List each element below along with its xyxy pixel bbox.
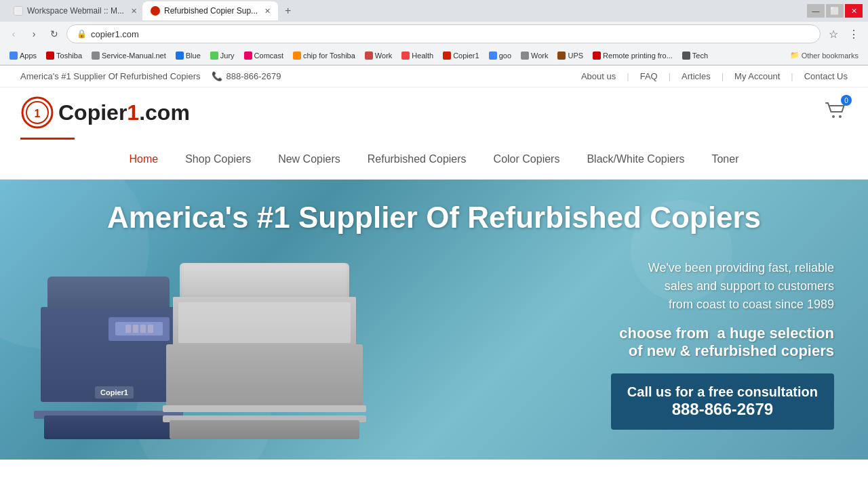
bookmark-apps[interactable]: Apps [5,48,41,63]
reload-btn[interactable]: ↻ [46,26,62,42]
bookmark-blue[interactable]: Blue [172,48,205,63]
site-logo[interactable]: 1 Copier1.com [20,96,190,129]
copier-right-base [170,420,359,439]
hero-content: America's #1 Supplier Of Refurbished Cop… [0,180,868,460]
forward-btn[interactable]: › [26,26,42,42]
top-bar-right: About us | FAQ | Articles | My Account |… [581,71,848,81]
bookmark-blue-label: Blue [186,52,201,60]
bookmark-jury-label: Jury [220,52,235,60]
svg-text:1: 1 [35,108,41,119]
hero-cta-phone: 888-866-2679 [627,400,818,419]
nav-bw-copiers[interactable]: Black/White Copiers [587,150,684,168]
bookmark-chip-label: chip for Toshiba [303,52,355,60]
more-bookmarks-label: Other bookmarks [802,52,859,60]
bookmark-work2[interactable]: Work [517,48,552,63]
bookmark-chip[interactable]: chip for Toshiba [289,48,359,63]
bookmark-comcast[interactable]: Comcast [240,48,288,63]
service-favicon [92,52,100,60]
window-controls: — ⬜ ✕ [807,4,863,18]
browser-menu-btn[interactable]: ⋮ [845,25,863,43]
copier-right-feeder [180,263,349,300]
bookmark-toshiba-label: Toshiba [56,52,82,60]
bookmark-goo[interactable]: goo [485,48,515,63]
work-favicon [365,52,373,60]
hero-cta-box[interactable]: Call us for a free consultation 888-866-… [611,373,834,430]
copier-right-glasstop [173,297,356,351]
cart-icon[interactable]: 0 [823,99,848,126]
copier-left-base [44,415,173,439]
bookmark-star-btn[interactable]: ☆ [825,25,842,43]
hero-copiers-image: Copier1 [34,249,407,439]
bookmark-remote[interactable]: Remote printing fro... [589,48,677,63]
copier-left-screen [115,322,163,336]
tab-2-close[interactable]: ✕ [264,7,271,16]
phone-number: 888-866-2679 [226,71,281,81]
bookmark-ups-label: UPS [568,52,583,60]
nav-shop-copiers[interactable]: Shop Copiers [185,150,251,168]
copier-machine-right [166,263,363,439]
nav-toner[interactable]: Toner [711,150,738,168]
hero-banner: America's #1 Supplier Of Refurbished Cop… [0,180,868,460]
hero-cta-text: Call us for a free consultation [627,384,818,400]
faq-link[interactable]: FAQ [640,71,658,81]
tab-2[interactable]: Refurbished Copier Sup... ✕ [142,1,278,20]
bookmark-remote-label: Remote printing fro... [603,52,673,60]
back-btn[interactable]: ‹ [5,26,22,42]
copier-right-tray1 [163,405,366,412]
nav-refurbished-copiers[interactable]: Refurbished Copiers [368,150,467,168]
close-btn[interactable]: ✕ [845,4,863,18]
bookmark-health[interactable]: Health [397,48,437,63]
bookmark-service[interactable]: Service-Manual.net [87,48,170,63]
bookmark-work2-label: Work [531,52,548,60]
bookmark-copier1[interactable]: Copier1 [439,48,484,63]
bookmark-work[interactable]: Work [361,48,396,63]
title-bar: Workspace Webmail :: M... ✕ Refurbished … [0,0,868,22]
nav-home[interactable]: Home [130,150,159,168]
tab-2-label: Refurbished Copier Sup... [164,6,258,16]
bookmark-comcast-label: Comcast [254,52,283,60]
site-slogan: America's #1 Supplier Of Refurbished Cop… [20,71,201,81]
articles-link[interactable]: Articles [682,71,711,81]
hero-main: Copier1 We've been providing fast, relia… [34,249,834,439]
hero-description-2: choose from a huge selection of new & re… [427,325,834,360]
copier1-favicon [443,52,451,60]
work2-favicon [521,52,529,60]
health-favicon [401,52,410,60]
more-bookmarks-btn[interactable]: 📁 Other bookmarks [786,49,863,61]
logo-one: 1 [127,100,139,125]
browser-nav-bar: ‹ › ↻ 🔒 copier1.com ☆ ⋮ [0,22,868,46]
tab-1-close[interactable]: ✕ [131,7,137,16]
bookmark-service-label: Service-Manual.net [102,52,166,60]
nav-new-copiers[interactable]: New Copiers [278,150,340,168]
copier-right-glass [178,302,351,343]
logo-dotcom: .com [139,100,190,125]
about-us-link[interactable]: About us [581,71,616,81]
nav-color-copiers[interactable]: Color Copiers [494,150,560,168]
logo-copier: Copier [58,100,127,125]
bookmark-apps-label: Apps [20,52,37,60]
minimize-btn[interactable]: — [807,4,825,18]
tab-2-favicon [151,6,160,16]
tab-1-favicon [14,6,23,16]
bookmark-copier1-label: Copier1 [453,52,479,60]
address-bar[interactable]: 🔒 copier1.com [66,24,821,43]
tab-bar: Workspace Webmail :: M... ✕ Refurbished … [5,1,298,20]
copier-left-panel [108,317,170,341]
bookmark-ups[interactable]: UPS [553,48,587,63]
hero-text-block: We've been providing fast, reliable sale… [407,259,834,430]
jury-favicon [210,52,218,60]
bookmark-toshiba[interactable]: Toshiba [42,48,86,63]
contact-us-link[interactable]: Contact Us [804,71,848,81]
new-tab-btn[interactable]: + [279,1,298,20]
browser-chrome: Workspace Webmail :: M... ✕ Refurbished … [0,0,868,66]
bookmark-tech[interactable]: Tech [678,48,712,63]
tab-1[interactable]: Workspace Webmail :: M... ✕ [5,1,141,20]
more-bookmarks-folder-icon: 📁 [790,51,800,60]
copier-right-body [166,344,363,412]
maximize-btn[interactable]: ⬜ [826,4,844,18]
bookmark-tech-label: Tech [692,52,708,60]
bookmark-jury[interactable]: Jury [206,48,239,63]
chip-favicon [293,52,301,60]
my-account-link[interactable]: My Account [734,71,780,81]
bookmark-goo-label: goo [499,52,511,60]
